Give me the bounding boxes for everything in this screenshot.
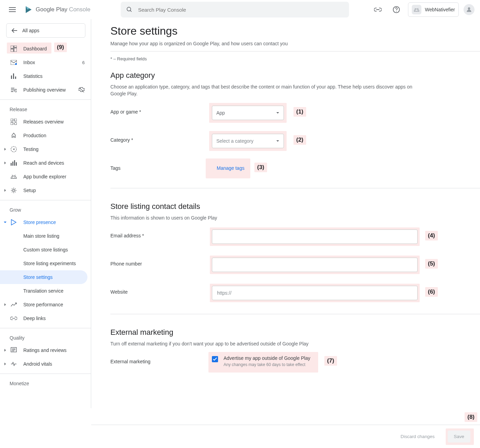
production-icon xyxy=(10,132,17,139)
chevron-right-icon xyxy=(2,161,8,165)
input-email[interactable] xyxy=(212,229,418,244)
section-grow: Grow xyxy=(0,200,91,215)
sidebar-item-vitals[interactable]: Android vitals xyxy=(0,357,91,371)
label-category: Category * xyxy=(110,134,212,143)
manage-tags-button[interactable]: Manage tags xyxy=(212,162,249,174)
chevron-right-icon xyxy=(2,148,8,151)
svg-point-25 xyxy=(12,177,13,178)
help-icon xyxy=(393,6,400,13)
section-app-category-desc: Choose an application type, category, an… xyxy=(110,83,419,97)
search-input[interactable] xyxy=(138,7,344,13)
svg-rect-22 xyxy=(12,162,13,166)
sidebar-item-inbox[interactable]: Inbox 6 xyxy=(0,56,91,69)
svg-point-26 xyxy=(14,177,15,178)
select-category[interactable]: Select a category xyxy=(212,134,284,148)
sidebar-item-releases-overview[interactable]: Releases overview xyxy=(0,115,91,129)
link-icon xyxy=(10,317,17,320)
menu-button[interactable] xyxy=(5,3,19,16)
search-icon xyxy=(126,6,133,13)
sidebar: All apps (9) Dashboard Inbox 6 Statistic… xyxy=(0,19,91,408)
bundle-icon xyxy=(10,174,17,179)
sidebar-item-translation[interactable]: Translation service xyxy=(0,284,91,298)
sidebar-item-statistics[interactable]: Statistics xyxy=(0,69,91,83)
sidebar-item-testing[interactable]: Testing xyxy=(0,142,91,156)
managed-off-icon xyxy=(79,87,85,93)
section-quality: Quality xyxy=(0,328,91,343)
sidebar-item-label: Store performance xyxy=(23,302,85,307)
account-chip[interactable]: WebNativefier xyxy=(408,2,459,17)
app-header: Google Play Console WebNativefier xyxy=(0,0,480,19)
sidebar-item-main-listing[interactable]: Main store listing xyxy=(0,229,91,243)
sidebar-item-setup[interactable]: Setup xyxy=(0,184,91,197)
svg-rect-12 xyxy=(11,75,12,79)
sidebar-item-deep-links[interactable]: Deep links xyxy=(0,311,91,325)
callout-1: (1) xyxy=(293,107,306,117)
sidebar-item-label: App bundle explorer xyxy=(23,174,85,179)
svg-rect-17 xyxy=(14,119,17,121)
person-icon xyxy=(466,6,472,13)
publishing-icon xyxy=(10,87,17,93)
sidebar-item-label: Store listing experiments xyxy=(23,261,85,266)
label-website: Website xyxy=(110,286,212,295)
svg-point-19 xyxy=(14,122,17,125)
inbox-icon xyxy=(10,60,17,65)
sidebar-item-label: Setup xyxy=(23,188,85,193)
svg-rect-14 xyxy=(15,76,16,79)
svg-point-0 xyxy=(127,7,131,11)
chevron-right-icon xyxy=(2,303,8,306)
callout-7: (7) xyxy=(324,356,337,366)
logo[interactable]: Google Play Console xyxy=(25,5,91,14)
checkbox-label: Advertise my app outside of Google Play xyxy=(224,355,310,361)
hamburger-icon xyxy=(9,7,16,12)
chevron-down-icon xyxy=(276,140,279,142)
svg-rect-7 xyxy=(14,46,17,47)
sidebar-item-label: Dashboard xyxy=(23,46,85,51)
sidebar-item-ratings[interactable]: Ratings and reviews xyxy=(0,343,91,357)
select-app-or-game[interactable]: App xyxy=(212,106,284,120)
link-button[interactable] xyxy=(371,3,385,16)
android-icon xyxy=(412,5,421,14)
select-placeholder: Select a category xyxy=(216,138,253,144)
sidebar-item-label: Translation service xyxy=(23,288,85,294)
section-external-desc: Turn off external marketing if you don't… xyxy=(110,340,419,347)
all-apps-button[interactable]: All apps xyxy=(6,23,85,38)
label-email: Email address * xyxy=(110,229,212,238)
sidebar-item-store-presence[interactable]: Store presence xyxy=(0,215,91,229)
sidebar-item-bundle[interactable]: App bundle explorer xyxy=(0,170,91,184)
checkbox-external-marketing[interactable] xyxy=(212,356,218,362)
sidebar-item-dashboard[interactable]: Dashboard xyxy=(0,42,91,56)
all-apps-label: All apps xyxy=(22,28,39,33)
input-phone[interactable] xyxy=(212,258,418,272)
link-icon xyxy=(374,8,382,12)
label-tags: Tags xyxy=(110,162,212,171)
section-external-title: External marketing xyxy=(110,328,480,337)
reach-icon xyxy=(10,160,17,166)
logo-text: Google Play Console xyxy=(36,6,91,13)
sidebar-item-custom-listings[interactable]: Custom store listings xyxy=(0,243,91,257)
sidebar-item-label: Main store listing xyxy=(23,233,85,239)
svg-rect-24 xyxy=(16,162,17,166)
sidebar-item-publishing[interactable]: Publishing overview xyxy=(0,83,91,97)
select-value: App xyxy=(216,110,225,116)
sidebar-item-experiments[interactable]: Store listing experiments xyxy=(0,257,91,270)
svg-rect-16 xyxy=(11,119,13,121)
sidebar-item-store-settings[interactable]: Store settings xyxy=(0,270,87,284)
svg-rect-9 xyxy=(14,48,17,52)
svg-rect-8 xyxy=(11,49,13,52)
sidebar-item-label: Store settings xyxy=(23,274,81,280)
help-button[interactable] xyxy=(389,3,403,16)
avatar[interactable] xyxy=(464,4,475,15)
play-icon xyxy=(10,219,17,225)
sidebar-item-store-performance[interactable]: Store performance xyxy=(0,298,91,311)
svg-point-4 xyxy=(417,10,418,11)
search-box[interactable] xyxy=(121,2,349,17)
callout-4: (4) xyxy=(425,231,438,240)
checkbox-sublabel: Any changes may take 60 days to take eff… xyxy=(224,362,310,367)
svg-rect-23 xyxy=(14,160,15,166)
sidebar-item-reach[interactable]: Reach and devices xyxy=(0,156,91,170)
sidebar-item-production[interactable]: Production xyxy=(0,129,91,142)
svg-point-5 xyxy=(468,7,470,10)
input-website[interactable] xyxy=(212,286,418,300)
sidebar-item-label: Releases overview xyxy=(23,119,85,125)
label-app-or-game: App or game * xyxy=(110,106,212,115)
